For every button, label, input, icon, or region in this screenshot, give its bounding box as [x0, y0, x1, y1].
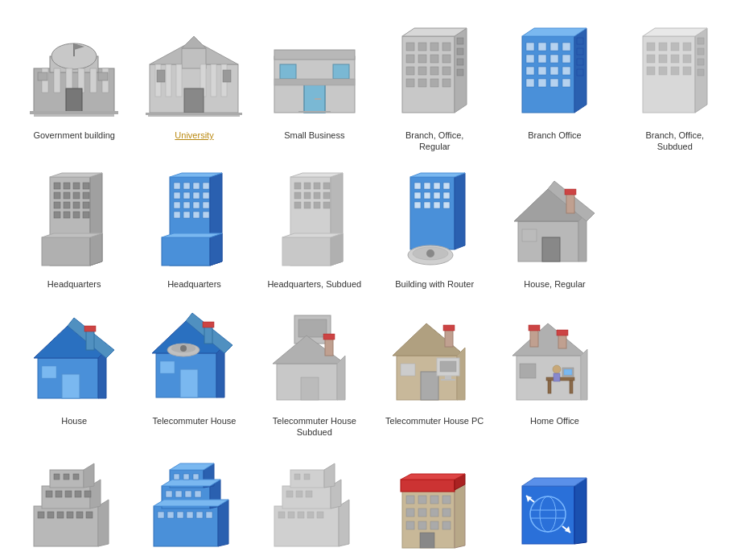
item-mediator[interactable]: Mediator	[496, 450, 612, 560]
svg-rect-29	[146, 113, 242, 115]
item-telecommuter-house[interactable]: Telecommuter House	[136, 302, 252, 443]
svg-rect-102	[698, 59, 704, 65]
label-branch-office-subdued: Branch, Office, Subdued	[646, 130, 705, 153]
item-small-business[interactable]: Small Business	[257, 16, 372, 157]
item-home-office[interactable]: Home Office	[496, 302, 612, 443]
svg-rect-84	[577, 69, 583, 76]
svg-rect-11	[66, 89, 82, 113]
item-branch-office-subdued[interactable]: Branch, Office, Subdued	[617, 16, 733, 157]
svg-rect-158	[323, 192, 330, 199]
svg-rect-162	[323, 202, 330, 208]
svg-rect-83	[577, 59, 583, 65]
item-house[interactable]: House	[16, 302, 132, 443]
svg-rect-108	[64, 183, 70, 189]
svg-rect-66	[538, 43, 546, 51]
svg-rect-310	[406, 496, 414, 504]
svg-rect-49	[442, 55, 451, 63]
svg-rect-299	[317, 512, 323, 518]
svg-rect-237	[558, 334, 566, 348]
svg-rect-36	[333, 64, 349, 79]
svg-marker-165	[282, 233, 343, 237]
svg-rect-282	[166, 491, 172, 497]
svg-marker-306	[455, 484, 465, 548]
icon-mediator	[502, 454, 607, 558]
label-branch-office: Branch Office	[528, 130, 581, 141]
svg-rect-121	[73, 212, 80, 218]
item-house-regular[interactable]: House, Regular	[496, 165, 612, 294]
item-headquarters-subdued[interactable]: Headquarters, Subdued	[257, 165, 372, 294]
svg-rect-227	[443, 325, 455, 331]
svg-marker-252	[84, 463, 94, 488]
item-medium-building-subdued[interactable]: Medium Building, Subdued	[257, 450, 372, 560]
svg-rect-229	[440, 361, 456, 372]
item-telecommuter-house-pc[interactable]: Telecommuter House PC	[377, 302, 492, 443]
svg-rect-117	[73, 202, 80, 208]
svg-rect-34	[315, 98, 321, 100]
svg-rect-135	[193, 192, 200, 199]
item-headquarters2[interactable]: Headquarters	[136, 165, 252, 294]
svg-rect-311	[418, 496, 426, 504]
svg-rect-79	[550, 79, 558, 87]
svg-rect-253	[38, 512, 44, 518]
svg-rect-30	[148, 115, 240, 117]
svg-rect-110	[83, 183, 89, 189]
icon-house	[22, 306, 126, 410]
svg-marker-64	[522, 28, 586, 36]
svg-rect-57	[442, 79, 451, 87]
svg-rect-95	[683, 55, 691, 63]
svg-marker-233	[512, 323, 586, 356]
item-branch-office[interactable]: Branch Office	[496, 16, 612, 157]
svg-rect-47	[418, 55, 426, 63]
svg-rect-254	[47, 512, 54, 518]
item-government-building[interactable]: Government building	[16, 16, 132, 157]
item-medium-building-regular[interactable]: Medium Building, Regular	[16, 450, 132, 560]
item-building-with-router[interactable]: Building with Router	[377, 165, 492, 294]
svg-rect-219	[325, 338, 333, 356]
svg-rect-46	[406, 55, 414, 63]
svg-rect-314	[406, 509, 414, 517]
svg-rect-266	[73, 474, 79, 480]
svg-marker-124	[90, 233, 102, 266]
svg-rect-177	[414, 202, 421, 208]
svg-rect-132	[203, 183, 209, 189]
item-headquarters[interactable]: Headquarters	[16, 165, 132, 294]
svg-rect-180	[443, 202, 450, 208]
svg-rect-78	[538, 79, 546, 87]
item-telecommuter-house-subdued[interactable]: Telecommuter House Subdued	[257, 302, 372, 443]
svg-rect-107	[54, 183, 60, 189]
svg-rect-160	[304, 202, 311, 208]
svg-rect-48	[430, 55, 438, 63]
svg-rect-280	[196, 512, 203, 518]
svg-rect-26	[184, 89, 204, 113]
svg-point-183	[426, 249, 434, 257]
svg-rect-304	[304, 474, 310, 480]
svg-rect-220	[323, 334, 335, 340]
svg-marker-325	[522, 478, 586, 486]
svg-rect-37	[274, 79, 355, 85]
svg-marker-146	[210, 233, 222, 266]
svg-rect-230	[445, 376, 451, 379]
item-branch-office-regular[interactable]: Branch, Office, Regular	[377, 16, 492, 157]
svg-rect-278	[177, 512, 183, 518]
svg-rect-173	[414, 192, 421, 199]
icon-small-business	[262, 20, 367, 125]
svg-rect-92	[647, 55, 655, 63]
svg-rect-241	[570, 381, 573, 393]
empty-slot-3	[617, 450, 733, 560]
svg-rect-261	[65, 491, 72, 497]
icon-branch-office-regular	[382, 20, 487, 125]
svg-rect-259	[46, 491, 52, 497]
svg-rect-281	[206, 512, 212, 518]
item-medium-building[interactable]: Medium Building	[136, 450, 252, 560]
svg-rect-172	[443, 183, 450, 189]
svg-rect-264	[54, 474, 60, 480]
svg-rect-90	[671, 43, 679, 51]
svg-rect-313	[442, 496, 451, 504]
item-mdu[interactable]: MDU	[377, 450, 492, 560]
item-university[interactable]: University	[136, 16, 252, 157]
svg-rect-28	[223, 70, 231, 82]
svg-rect-51	[418, 67, 426, 75]
svg-rect-245	[564, 369, 572, 375]
svg-rect-97	[659, 67, 667, 75]
svg-rect-238	[557, 330, 568, 336]
